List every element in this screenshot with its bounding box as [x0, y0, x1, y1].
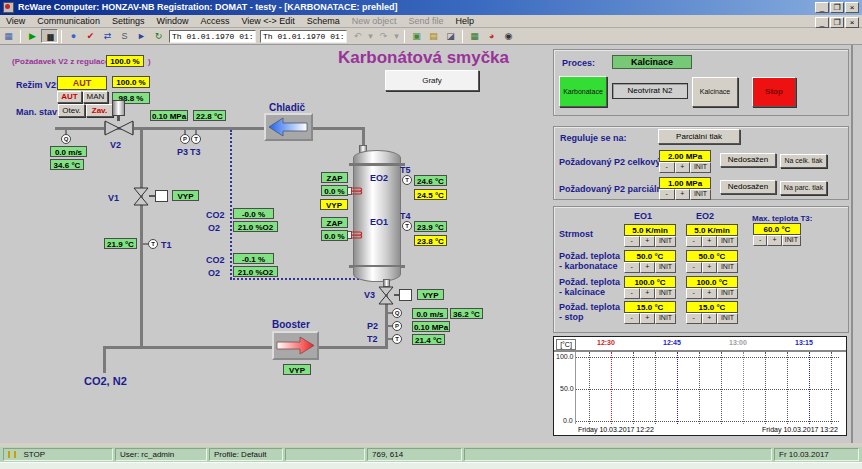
stop-button[interactable]: Stop	[752, 77, 796, 107]
tka-eo1-init-button[interactable]: INIT	[655, 288, 676, 299]
ts-eo1-minus-button[interactable]: -	[624, 313, 640, 324]
chart-icon[interactable]: ▦	[466, 29, 483, 43]
tk-eo1-init-button[interactable]: INIT	[655, 262, 676, 273]
tk-eo1-minus-button[interactable]: -	[624, 262, 640, 273]
title-bar: RcWare Computer: HONZAV-NB Registration:…	[0, 0, 862, 15]
p2-celkovy-init-button[interactable]: INIT	[690, 162, 711, 173]
pause-icon[interactable]: ▮▮	[41, 29, 58, 43]
strmost-eo1-init-button[interactable]: INIT	[655, 236, 676, 247]
p2-parcialni-minus-button[interactable]: -	[659, 189, 675, 200]
p2-celkovy-plus-button[interactable]: +	[675, 162, 691, 173]
valve-v1[interactable]	[133, 187, 149, 206]
stop-comm-icon[interactable]: S	[116, 29, 133, 43]
teplota-stop-eo1[interactable]: 15.0 °C	[624, 301, 676, 313]
menu-communication[interactable]: Communication	[31, 16, 106, 26]
lock-icon[interactable]: ●	[65, 29, 82, 43]
ts-eo2-plus-button[interactable]: +	[702, 313, 718, 324]
menu-settings[interactable]: Settings	[106, 16, 151, 26]
stats-icon[interactable]: ◕	[483, 29, 500, 43]
refresh-icon[interactable]: ↻	[150, 29, 167, 43]
tk-eo1-plus-button[interactable]: +	[640, 262, 656, 273]
nav-back-icon[interactable]: ↶	[349, 29, 366, 43]
strmost-eo1-plus-button[interactable]: +	[640, 236, 656, 247]
tka-eo2-minus-button[interactable]: -	[686, 288, 702, 299]
max-t3-init-button[interactable]: INIT	[782, 235, 801, 246]
gas1-co2-value: -0.0 %	[233, 208, 274, 219]
mdi-restore-button[interactable]: ❐	[830, 17, 844, 28]
tka-eo1-plus-button[interactable]: +	[640, 288, 656, 299]
minimize-button[interactable]: _	[815, 2, 829, 13]
send-icon[interactable]: ►	[133, 29, 150, 43]
strmost-eo1-minus-button[interactable]: -	[624, 236, 640, 247]
t5-sp[interactable]: 24.5 °C	[414, 189, 447, 200]
kalcinace-button[interactable]: Kalcinace	[692, 77, 738, 107]
strmost-eo2-minus-button[interactable]: -	[686, 236, 702, 247]
mdi-minimize-button[interactable]: _	[815, 17, 829, 28]
na-celk-tlak-button[interactable]: Na celk. tlak	[780, 154, 827, 168]
grafy-button[interactable]: Grafy	[385, 70, 479, 91]
comm-icon[interactable]: ⇄	[99, 29, 116, 43]
tka-eo2-init-button[interactable]: INIT	[717, 288, 738, 299]
export-icon[interactable]: ◪	[442, 29, 459, 43]
max-t3-plus-button[interactable]: +	[767, 235, 781, 246]
tka-eo2-plus-button[interactable]: +	[702, 288, 718, 299]
camera-icon[interactable]: ◉	[500, 29, 517, 43]
p2-parcialni-plus-button[interactable]: +	[675, 189, 691, 200]
ts-eo2-minus-button[interactable]: -	[686, 313, 702, 324]
p2-parcialni-setpoint[interactable]: 1.00 MPa	[659, 177, 711, 189]
ts-eo1-init-button[interactable]: INIT	[655, 313, 676, 324]
rezim-setpoint[interactable]: 100.0 %	[112, 76, 150, 88]
strmost-eo2-init-button[interactable]: INIT	[717, 236, 738, 247]
max-t3-minus-button[interactable]: -	[753, 235, 767, 246]
ts-eo2-init-button[interactable]: INIT	[717, 313, 738, 324]
rezim-man-button[interactable]: MAN	[83, 91, 108, 103]
nav-fwd-drop-icon[interactable]: ▾	[392, 29, 401, 43]
close-button[interactable]: ×	[845, 2, 859, 13]
tk-eo2-init-button[interactable]: INIT	[717, 262, 738, 273]
menu-help[interactable]: Help	[449, 16, 480, 26]
menu-window[interactable]: Window	[150, 16, 194, 26]
ts-eo1-plus-button[interactable]: +	[640, 313, 656, 324]
tk-eo2-plus-button[interactable]: +	[702, 262, 718, 273]
valve-v2[interactable]	[104, 120, 134, 136]
man-zav-button[interactable]: Zav.	[86, 104, 113, 117]
p2-celkovy-minus-button[interactable]: -	[659, 162, 675, 173]
man-otev-button[interactable]: Otev.	[58, 104, 85, 117]
menu-view[interactable]: View	[0, 16, 31, 26]
screen-icon[interactable]: ▣	[408, 29, 425, 43]
t4-sp[interactable]: 23.8 °C	[414, 235, 447, 246]
karbonatace-button[interactable]: Karbonatace	[559, 76, 607, 107]
valve-v3[interactable]	[378, 286, 394, 305]
p2-celkovy-setpoint[interactable]: 2.00 MPa	[659, 150, 711, 162]
teplota-karbonatace-eo2[interactable]: 50.0 °C	[686, 250, 738, 262]
max-t3-setpoint[interactable]: 60.0 °C	[753, 223, 801, 235]
teplota-kalcinace-eo1[interactable]: 100.0 °C	[624, 276, 676, 288]
strmost-eo2-setpoint[interactable]: 5.0 K/min	[686, 224, 738, 236]
p2-parcialni-init-button[interactable]: INIT	[690, 189, 711, 200]
teplota-karbonatace-eo1[interactable]: 50.0 °C	[624, 250, 676, 262]
gas1-o2-value: 21.0 %O2	[233, 221, 278, 232]
datetime-to-input[interactable]	[260, 30, 347, 43]
app-icon	[3, 2, 14, 13]
strmost-eo1-setpoint[interactable]: 5.0 K/min	[624, 224, 676, 236]
window-right-edge	[851, 45, 853, 443]
strmost-eo2-plus-button[interactable]: +	[702, 236, 718, 247]
panel-icon[interactable]: ▦	[0, 29, 17, 43]
menu-schema[interactable]: Schema	[301, 16, 346, 26]
mdi-close-button[interactable]: ×	[845, 17, 859, 28]
nav-forward-icon[interactable]: ↷	[375, 29, 392, 43]
na-parc-tlak-button[interactable]: Na parc. tlak	[780, 181, 827, 195]
menu-access[interactable]: Access	[194, 16, 235, 26]
ack-check-icon[interactable]: ✔	[82, 29, 99, 43]
teplota-kalcinace-eo2[interactable]: 100.0 °C	[686, 276, 738, 288]
rezim-aut-button[interactable]: AUT	[57, 91, 82, 103]
play-icon[interactable]: ▶	[24, 29, 41, 43]
tka-eo1-minus-button[interactable]: -	[624, 288, 640, 299]
print-icon[interactable]: ▤	[425, 29, 442, 43]
datetime-from-input[interactable]	[169, 30, 256, 43]
restore-button[interactable]: ❐	[830, 2, 844, 13]
tk-eo2-minus-button[interactable]: -	[686, 262, 702, 273]
teplota-stop-eo2[interactable]: 15.0 °C	[686, 301, 738, 313]
menu-view-edit[interactable]: View <-> Edit	[235, 16, 300, 26]
nav-back-drop-icon[interactable]: ▾	[366, 29, 375, 43]
